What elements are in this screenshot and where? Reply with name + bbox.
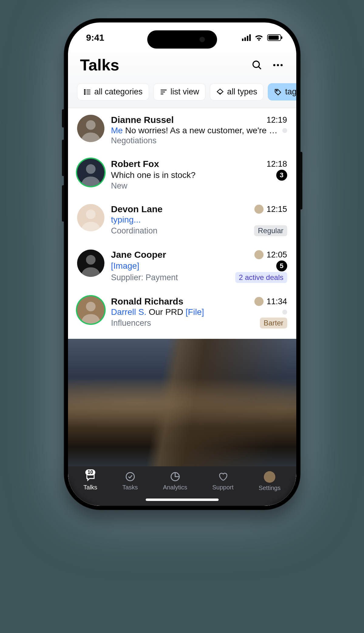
chat-preview: Me No worries! As a new customer, we're … — [111, 126, 279, 135]
chat-category: Coordination — [111, 226, 158, 236]
filter-types[interactable]: all types — [210, 83, 264, 100]
background-image — [68, 339, 296, 466]
app-header: Talks — [68, 53, 296, 80]
tab-label: Tasks — [122, 484, 138, 491]
battery-icon — [267, 34, 281, 41]
filter-label: all types — [227, 87, 257, 97]
chat-time: 12:05 — [267, 250, 287, 260]
unread-badge: 3 — [276, 170, 287, 181]
tab-analytics[interactable]: Analytics — [163, 471, 187, 491]
chat-preview: Which one is in stock? — [111, 170, 273, 180]
chat-tag: 2 active deals — [235, 272, 287, 283]
chat-row[interactable]: Dianne Russel12:19Me No worries! As a ne… — [68, 108, 296, 152]
dynamic-island — [147, 30, 217, 49]
page-title: Talks — [80, 56, 119, 74]
chat-category: Negotiations — [111, 136, 157, 145]
chat-tag: Regular — [254, 225, 287, 236]
chat-preview: [Image] — [111, 261, 273, 271]
chat-tag: Barter — [260, 318, 287, 328]
chat-name: Jane Cooper — [111, 250, 166, 260]
chat-time: 11:34 — [267, 297, 287, 306]
tab-settings[interactable]: Settings — [259, 471, 281, 492]
home-indicator[interactable] — [146, 499, 219, 501]
heart-icon — [217, 471, 229, 482]
svg-point-15 — [86, 255, 96, 265]
unread-badge: 5 — [276, 260, 287, 271]
talks-badge: 10 — [85, 469, 96, 475]
chat-row[interactable]: Jane Cooper12:05[Image]5Supplier: Paymen… — [68, 243, 296, 290]
filter-listview[interactable]: list view — [153, 83, 206, 100]
chat-row[interactable]: Robert Fox12:18Which one is in stock?3Ne… — [68, 152, 296, 197]
avatar[interactable] — [77, 204, 104, 231]
chat-category: Supplier: Payment — [111, 273, 178, 282]
types-icon — [216, 88, 224, 96]
chat-time: 12:19 — [267, 115, 287, 125]
avatar-icon — [264, 471, 275, 483]
avatar[interactable] — [77, 250, 104, 277]
assignee-avatar — [254, 250, 264, 259]
avatar[interactable] — [77, 159, 104, 186]
tab-label: Support — [212, 484, 233, 491]
chat-name: Ronald Richards — [111, 296, 183, 307]
phone-frame: 9:41 Talks all categories list vie — [64, 18, 301, 510]
chat-list[interactable]: Dianne Russel12:19Me No worries! As a ne… — [68, 108, 296, 466]
check-circle-icon — [124, 471, 136, 482]
chat-name: Devon Lane — [111, 204, 163, 214]
tab-label: Analytics — [163, 484, 187, 491]
svg-line-1 — [259, 67, 261, 69]
svg-point-16 — [86, 302, 96, 311]
tag-icon — [274, 88, 282, 96]
filter-label: list view — [171, 87, 199, 97]
svg-point-0 — [253, 61, 259, 67]
more-icon[interactable] — [273, 60, 284, 70]
chat-preview: Darrell S. Our PRD [File] — [111, 307, 279, 317]
list-filter-icon — [83, 88, 91, 96]
filter-label: all categories — [94, 87, 143, 97]
chat-row[interactable]: Devon Lane12:15typing...CoordinationRegu… — [68, 197, 296, 243]
chat-name: Robert Fox — [111, 159, 159, 169]
svg-point-13 — [86, 164, 96, 174]
wifi-icon — [254, 34, 264, 41]
filter-tag[interactable]: tag — [268, 83, 296, 100]
pie-chart-icon — [169, 471, 181, 482]
chat-time: 12:18 — [267, 159, 287, 169]
svg-point-6 — [84, 93, 85, 94]
filter-categories[interactable]: all categories — [77, 83, 149, 100]
tab-talks[interactable]: 10 Talks — [83, 471, 97, 491]
filter-label: tag — [285, 87, 296, 97]
tab-support[interactable]: Support — [212, 471, 233, 491]
svg-point-4 — [84, 91, 85, 92]
status-dot — [282, 128, 287, 133]
svg-point-14 — [86, 209, 96, 219]
cellular-icon — [242, 34, 251, 41]
chat-category: Influencers — [111, 318, 151, 328]
status-dot — [282, 310, 287, 315]
svg-point-18 — [126, 473, 134, 481]
filter-bar: all categories list view all types tag — [68, 80, 296, 108]
svg-point-11 — [276, 90, 277, 91]
chat-time: 12:15 — [267, 205, 287, 214]
svg-point-2 — [84, 89, 85, 90]
list-view-icon — [160, 88, 168, 96]
status-time: 9:41 — [86, 32, 104, 43]
chat-row[interactable]: Ronald Richards11:34Darrell S. Our PRD [… — [68, 290, 296, 335]
tab-label: Talks — [83, 484, 97, 491]
avatar[interactable] — [77, 115, 104, 142]
tab-label: Settings — [259, 485, 281, 492]
assignee-avatar — [254, 205, 264, 214]
svg-point-12 — [86, 120, 96, 130]
assignee-avatar — [254, 297, 264, 306]
chat-category: New — [111, 181, 128, 191]
avatar[interactable] — [77, 296, 104, 324]
chat-name: Dianne Russel — [111, 115, 174, 125]
tab-tasks[interactable]: Tasks — [122, 471, 138, 491]
chat-preview: typing... — [111, 215, 287, 225]
search-icon[interactable] — [251, 60, 262, 70]
